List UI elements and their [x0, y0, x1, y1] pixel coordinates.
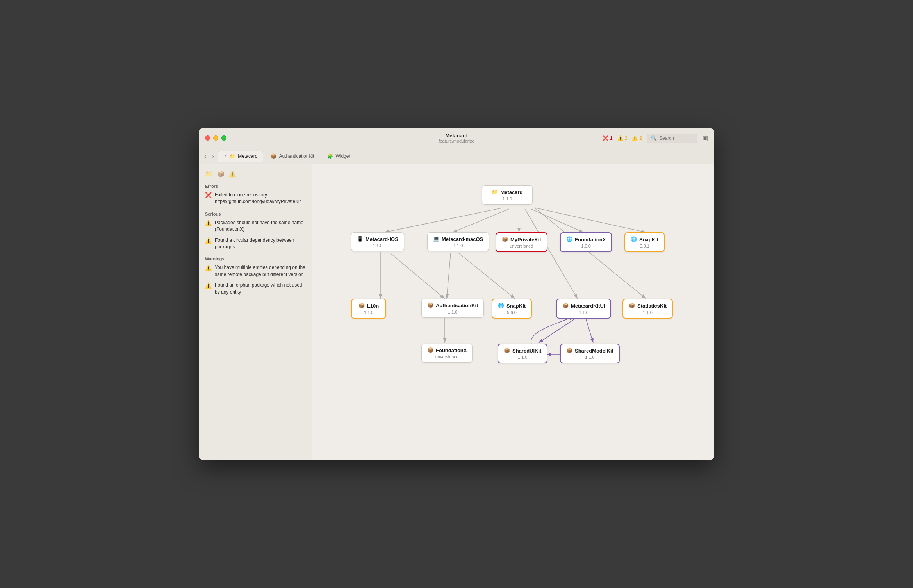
svg-line-2 [384, 208, 503, 232]
tab-label-metacard: Metacard [238, 153, 257, 159]
serious-count: 2 [625, 135, 628, 141]
node-shareduikit[interactable]: 📦 SharedUIKit 1.1.0 [498, 344, 547, 363]
error-issue-icon: ❌ [205, 192, 212, 198]
warning-issue-icon-2: ⚠️ [205, 282, 212, 289]
minimize-button[interactable] [213, 135, 218, 141]
app-window: Metacard feature/modularize ❌ 1 ⚠️ 2 ⚠️ … [199, 128, 714, 460]
shareduikit-version: 1.1.0 [518, 355, 527, 360]
issue-item[interactable]: ⚠️ You have multiple entities depending … [205, 264, 305, 278]
tab-metacard[interactable]: ✕ 📁 Metacard [218, 151, 263, 162]
node-sharedmodelkit[interactable]: 📦 SharedModelKit 1.1.0 [560, 344, 620, 363]
metacard-macos-version: 1.1.0 [453, 243, 463, 248]
l10n-version: 1.1.0 [364, 310, 373, 315]
node-l10n[interactable]: 📦 L10n 1.1.0 [351, 299, 386, 319]
alert-icon[interactable]: ⚠️ [228, 170, 236, 178]
metacardkitui-name: MetacardKitUI [571, 303, 605, 309]
metacard-icon: 📁 [492, 189, 498, 195]
folder-icon[interactable]: 📁 [205, 170, 213, 178]
myprivatekit-name: MyPrivateKit [510, 237, 541, 242]
node-foundationx-top[interactable]: 🌐 FoundationX 1.0.0 [560, 232, 612, 252]
snapkit-bottom-name: SnapKit [506, 303, 526, 309]
foundationx-top-version: 1.0.0 [581, 244, 590, 248]
errors-section: Errors ❌ Failed to clone repository http… [205, 184, 305, 205]
serious-issue-text-2: Found a circular dependency between pack… [215, 237, 305, 251]
close-button[interactable] [205, 135, 210, 141]
sharedmodelkit-name: SharedModelKit [575, 348, 613, 354]
serious-icon: ⚠️ [617, 135, 623, 141]
snapkit-top-version: 5.0.1 [640, 244, 649, 248]
tab-icon-metacard: 📁 [230, 153, 235, 159]
search-box[interactable]: 🔍 [647, 134, 697, 143]
sharedmodelkit-version: 1.1.0 [585, 355, 594, 360]
main-content: 📁 📦 ⚠️ Errors ❌ Failed to clone reposito… [199, 164, 714, 460]
metacard-macos-name: Metacard-macOS [442, 236, 483, 242]
svg-line-8 [390, 253, 445, 299]
node-metacardkitui[interactable]: 📦 MetacardKitUI 1.1.0 [556, 299, 611, 319]
serious-issue-icon-1: ⚠️ [205, 220, 212, 226]
sharedmodelkit-icon: 📦 [566, 347, 572, 353]
myprivatekit-version: unversioned [510, 244, 533, 248]
error-icon: ❌ [603, 135, 608, 141]
node-foundationx-bottom[interactable]: 📦 FoundationX unversioned [421, 344, 473, 363]
tab-icon-widget: 🧩 [327, 153, 333, 159]
titlebar-right: ❌ 1 ⚠️ 2 ⚠️ 2 🔍 ▣ [603, 134, 708, 143]
tab-authenticationkit[interactable]: 📦 AuthenticationKit [265, 151, 320, 162]
node-metacard-macos[interactable]: 💻 Metacard-macOS 1.1.0 [427, 232, 489, 251]
tab-close-icon[interactable]: ✕ [224, 153, 227, 159]
forward-button[interactable]: › [210, 151, 217, 161]
warning-issue-icon-1: ⚠️ [205, 265, 212, 271]
tab-label-widget: Widget [335, 153, 350, 159]
tab-widget[interactable]: 🧩 Widget [321, 151, 356, 162]
error-count: 1 [610, 135, 613, 141]
window-title: Metacard [439, 133, 474, 139]
statisticskit-version: 1.1.0 [643, 310, 652, 315]
tab-label-authkit: AuthenticationKit [279, 153, 314, 159]
node-statisticskit[interactable]: 📦 StatisticsKit 1.1.0 [622, 299, 673, 319]
snapkit-top-icon: 🌐 [631, 236, 637, 242]
metacard-macos-icon: 💻 [433, 236, 439, 242]
node-snapkit-top[interactable]: 🌐 SnapKit 5.0.1 [624, 232, 665, 252]
snapkit-bottom-icon: 🌐 [498, 303, 504, 308]
warning-issue-text-1: You have multiple entities depending on … [215, 264, 305, 278]
node-authenticationkit[interactable]: 📦 AuthenticationKit 1.1.0 [421, 299, 484, 318]
tabbar: ‹ › ✕ 📁 Metacard 📦 AuthenticationKit 🧩 W… [199, 148, 714, 164]
search-icon: 🔍 [651, 135, 657, 141]
foundationx-bottom-icon: 📦 [427, 347, 433, 353]
svg-line-14 [585, 317, 593, 343]
issue-item[interactable]: ⚠️ Found a circular dependency between p… [205, 237, 305, 251]
issue-item[interactable]: ⚠️ Packages should not have the same nam… [205, 219, 305, 233]
svg-line-13 [539, 317, 578, 343]
layout-icon[interactable]: ▣ [702, 134, 708, 142]
metacard-version: 1.1.0 [503, 196, 512, 201]
back-button[interactable]: ‹ [202, 151, 209, 161]
svg-line-6 [535, 208, 646, 232]
graph-canvas: 📁 Metacard 1.1.0 📱 Metacard-iOS 1.1.0 💻 … [312, 164, 714, 460]
sidebar-toolbar: 📁 📦 ⚠️ [205, 170, 305, 178]
node-myprivatekit[interactable]: 📦 MyPrivateKit unversioned [496, 232, 547, 252]
maximize-button[interactable] [221, 135, 226, 141]
serious-issue-text-1: Packages should not have the same name (… [215, 219, 305, 233]
foundationx-top-name: FoundationX [575, 237, 606, 242]
issue-item[interactable]: ❌ Failed to clone repository https://git… [205, 192, 305, 205]
node-metacard-ios[interactable]: 📱 Metacard-iOS 1.1.0 [351, 232, 404, 251]
svg-line-11 [525, 209, 578, 299]
sidebar: 📁 📦 ⚠️ Errors ❌ Failed to clone reposito… [199, 164, 312, 460]
warning-icon: ⚠️ [632, 135, 638, 141]
l10n-icon: 📦 [358, 303, 365, 308]
authkit-icon: 📦 [427, 302, 433, 308]
serious-badge: ⚠️ 2 [617, 135, 628, 141]
node-snapkit-bottom[interactable]: 🌐 SnapKit 5.6.0 [492, 299, 532, 319]
node-metacard[interactable]: 📁 Metacard 1.1.0 [482, 185, 533, 205]
package-icon[interactable]: 📦 [217, 170, 225, 178]
errors-section-title: Errors [205, 184, 305, 189]
foundationx-bottom-name: FoundationX [436, 347, 467, 353]
authkit-version: 1.1.0 [448, 310, 457, 314]
statisticskit-name: StatisticsKit [637, 303, 667, 309]
warning-issue-text-2: Found an orphan package which not used b… [215, 282, 305, 296]
tab-icon-authkit: 📦 [271, 153, 276, 159]
search-input[interactable] [659, 135, 693, 141]
metacardkitui-icon: 📦 [562, 303, 569, 308]
titlebar-center: Metacard feature/modularize [439, 133, 474, 143]
warnings-section: Warnings ⚠️ You have multiple entities d… [205, 257, 305, 296]
issue-item[interactable]: ⚠️ Found an orphan package which not use… [205, 282, 305, 296]
